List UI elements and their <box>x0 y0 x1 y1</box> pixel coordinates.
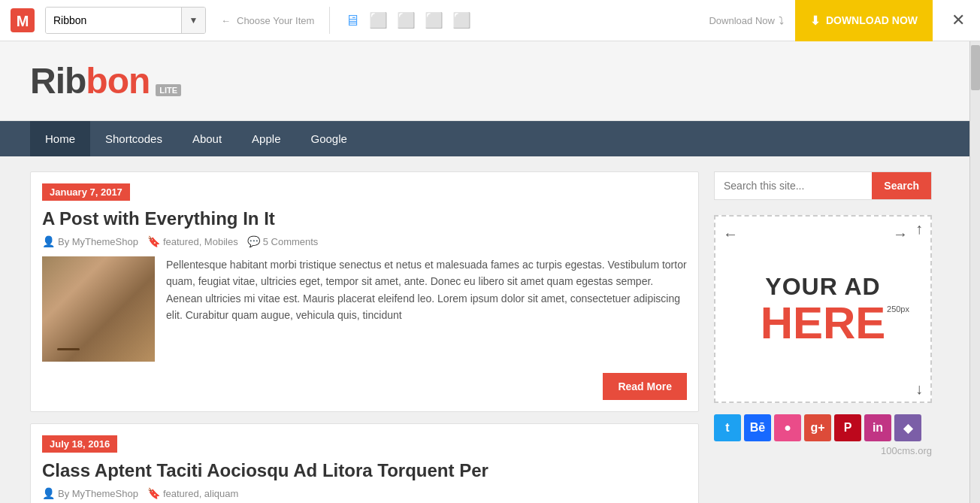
category-icon: 🔖 <box>147 235 160 247</box>
post-meta-2: 👤 By MyThemeShop 🔖 featured, aliquam <box>31 487 698 503</box>
site-logo-icon[interactable]: M <box>8 5 38 35</box>
download-now-button[interactable]: ⬇ DOWNLOAD NOW <box>795 0 933 41</box>
folder-icon[interactable]: ⬜ <box>425 11 443 29</box>
nav-item-google[interactable]: Google <box>295 121 361 156</box>
social-icons: t Bē ● g+ P in ◆ <box>714 414 932 441</box>
nav-link-google[interactable]: Google <box>295 121 361 156</box>
device-switcher: 🖥 ⬜ ⬜ ⬜ ⬜ <box>337 11 479 29</box>
nav-item-about[interactable]: About <box>177 121 237 156</box>
content-area: January 7, 2017 A Post with Everything I… <box>0 156 962 503</box>
post-title-1[interactable]: A Post with Everything In It <box>31 201 698 235</box>
post-category-2: 🔖 featured, aliquam <box>147 487 238 499</box>
author-text-1: By MyThemeShop <box>58 236 138 247</box>
author-icon: 👤 <box>42 235 55 247</box>
read-more-button-1[interactable]: Read More <box>603 373 687 400</box>
post-card-1: January 7, 2017 A Post with Everything I… <box>30 171 699 412</box>
post-title-2[interactable]: Class Aptent Taciti Aociosqu Ad Litora T… <box>31 453 698 487</box>
post-excerpt-1: Pellentesque habitant morbi tristique se… <box>166 256 687 362</box>
site-header: Ribbon LITE <box>0 41 969 121</box>
choose-item-label: ← Choose Your Item <box>213 15 322 26</box>
scrollbar-track[interactable] <box>969 41 980 503</box>
scrollbar-thumb[interactable] <box>971 45 980 90</box>
post-thumbnail-1 <box>42 256 155 362</box>
nav-link-about[interactable]: About <box>177 121 237 156</box>
post-read-more-area-1: Read More <box>31 373 698 411</box>
twitter-icon[interactable]: t <box>714 414 741 441</box>
post-date-1: January 7, 2017 <box>42 183 130 201</box>
toolbar-divider <box>329 7 330 34</box>
page-wrap: Ribbon LITE Home Shortcodes About Apple … <box>0 41 980 503</box>
ad-arrows-horizontal <box>723 226 908 243</box>
post-card-2: July 18, 2016 Class Aptent Taciti Aocios… <box>30 423 699 503</box>
nav-item-shortcodes[interactable]: Shortcodes <box>90 121 177 156</box>
nav-list: Home Shortcodes About Apple Google <box>30 121 939 156</box>
svg-text:M: M <box>17 13 29 29</box>
instagram-icon[interactable]: in <box>864 414 891 441</box>
arrow-left-icon: ← <box>221 15 231 26</box>
logo-rib: Rib <box>30 61 86 101</box>
post-author-1: 👤 By MyThemeShop <box>42 235 138 247</box>
ad-arrows-vertical <box>915 220 923 398</box>
logo-badge: LITE <box>156 84 181 96</box>
ad-your-text: YOUR AD <box>765 273 880 301</box>
ad-here-text: HERE <box>761 301 886 346</box>
logo-bon: bon <box>86 61 150 101</box>
site-logo: Ribbon LITE <box>30 60 939 102</box>
category-text-1: featured, Mobiles <box>163 236 238 247</box>
ad-size-label: 250px <box>887 305 909 314</box>
monitor-icon[interactable]: ⬜ <box>369 11 388 29</box>
post-meta-1: 👤 By MyThemeShop 🔖 featured, Mobiles 💬 5… <box>31 235 698 256</box>
sidebar-search: Search <box>714 171 932 200</box>
nav-link-shortcodes[interactable]: Shortcodes <box>90 121 177 156</box>
toolbar-right: Download Now ⤵ ⬇ DOWNLOAD NOW ✕ <box>709 0 972 41</box>
post-date-2: July 18, 2016 <box>42 435 117 453</box>
sidebar: Search 250px YOUR AD HERE t Bē ● g+ P <box>714 171 932 503</box>
pinterest-icon[interactable]: P <box>834 414 861 441</box>
desktop-icon[interactable]: 🖥 <box>345 12 360 29</box>
download-btn-label: DOWNLOAD NOW <box>826 14 918 26</box>
search-button[interactable]: Search <box>872 172 931 199</box>
cms-watermark: 100cms.org <box>714 441 932 456</box>
post-category-1: 🔖 featured, Mobiles <box>147 235 238 247</box>
theme-selector[interactable]: Ribbon ▼ <box>45 7 206 34</box>
tablet-icon[interactable]: ⬜ <box>397 11 416 29</box>
site-nav: Home Shortcodes About Apple Google <box>0 121 969 156</box>
download-now-label: Download Now <box>709 15 774 26</box>
comment-text-1: 5 Comments <box>263 236 319 247</box>
dribbble-icon[interactable]: ● <box>774 414 801 441</box>
download-text: Download Now ⤵ <box>709 14 783 26</box>
category-icon-2: 🔖 <box>147 487 160 499</box>
nav-link-apple[interactable]: Apple <box>237 121 295 156</box>
more-social-icon[interactable]: ◆ <box>894 414 921 441</box>
download-icon: ⬇ <box>810 14 820 28</box>
category-text-2: featured, aliquam <box>163 488 238 499</box>
nav-link-home[interactable]: Home <box>30 121 90 156</box>
main-scroll[interactable]: Ribbon LITE Home Shortcodes About Apple … <box>0 41 969 503</box>
toolbar: M Ribbon ▼ ← Choose Your Item 🖥 ⬜ ⬜ ⬜ ⬜ … <box>0 0 980 41</box>
post-author-2: 👤 By MyThemeShop <box>42 487 138 499</box>
main-column: January 7, 2017 A Post with Everything I… <box>30 171 699 503</box>
curved-arrow-icon: ⤵ <box>779 14 784 26</box>
post-image-1 <box>42 256 155 362</box>
post-comments-1: 💬 5 Comments <box>247 235 319 247</box>
google-plus-icon[interactable]: g+ <box>804 414 831 441</box>
author-icon-2: 👤 <box>42 487 55 499</box>
choose-item-text: Choose Your Item <box>237 15 314 26</box>
behance-icon[interactable]: Bē <box>744 414 771 441</box>
select-arrow-icon[interactable]: ▼ <box>181 7 205 34</box>
search-input[interactable] <box>715 172 872 199</box>
theme-select[interactable]: Ribbon <box>46 7 181 34</box>
mobile-icon[interactable]: ⬜ <box>452 11 471 29</box>
close-button[interactable]: ✕ <box>944 11 972 30</box>
nav-item-apple[interactable]: Apple <box>237 121 295 156</box>
logo-text: Ribbon <box>30 60 150 102</box>
post-body-1: Pellentesque habitant morbi tristique se… <box>31 256 698 373</box>
author-text-2: By MyThemeShop <box>58 488 138 499</box>
comment-icon: 💬 <box>247 235 260 247</box>
ad-banner: 250px YOUR AD HERE <box>714 215 932 403</box>
nav-item-home[interactable]: Home <box>30 121 90 156</box>
